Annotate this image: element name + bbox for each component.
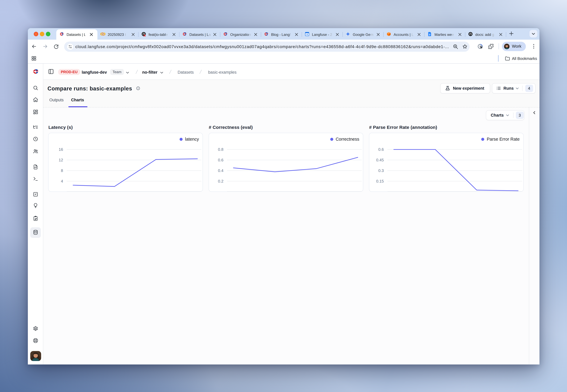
svg-text:16: 16: [59, 147, 63, 152]
svg-text:0.15: 0.15: [376, 179, 384, 183]
svg-text:0.4: 0.4: [218, 168, 224, 173]
svg-text:0.8: 0.8: [218, 147, 224, 152]
svg-text:4: 4: [61, 179, 63, 183]
svg-text:0.6: 0.6: [218, 158, 224, 162]
svg-text:8: 8: [61, 168, 63, 173]
svg-text:12: 12: [59, 158, 63, 162]
svg-text:0.2: 0.2: [218, 179, 224, 183]
svg-text:0.45: 0.45: [376, 158, 384, 162]
svg-text:0.6: 0.6: [378, 147, 384, 152]
svg-text:0.3: 0.3: [378, 168, 384, 173]
